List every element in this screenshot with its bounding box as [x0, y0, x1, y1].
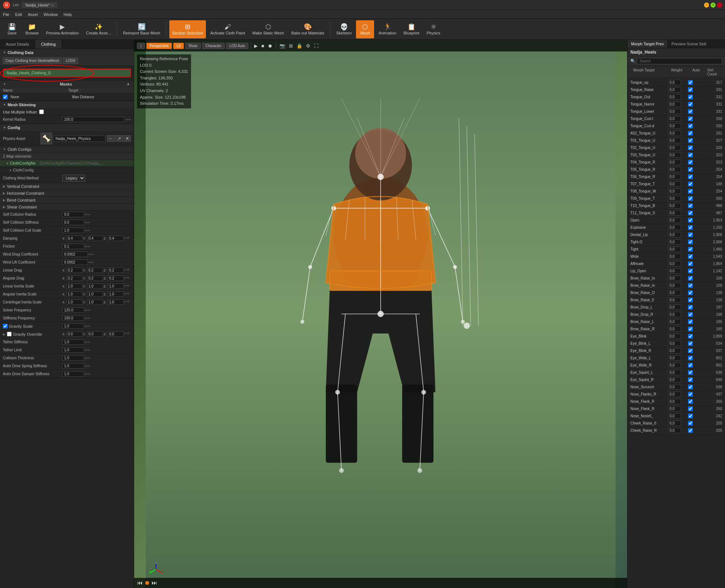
maximize-vp-btn[interactable]: ⛶ — [313, 42, 320, 49]
wind-lift-input[interactable] — [62, 260, 88, 265]
angular-inertia-z-input[interactable] — [108, 291, 124, 297]
preview-animation-button[interactable]: ▶ Preview Animation — [43, 20, 82, 38]
morph-weight-input-0[interactable] — [668, 80, 681, 85]
gravity-scale-drag[interactable]: ⟺ — [85, 324, 90, 328]
morph-weight-input-43[interactable] — [668, 392, 681, 397]
morph-auto-checkbox-33[interactable] — [688, 319, 693, 324]
menu-asset[interactable]: Asset — [28, 12, 38, 17]
morph-auto-checkbox-16[interactable] — [688, 196, 693, 201]
self-collision-stiffness-input[interactable] — [62, 220, 84, 225]
morph-auto-checkbox-34[interactable] — [688, 327, 693, 331]
stop-btn[interactable]: ■ — [260, 42, 265, 49]
morph-weight-input-32[interactable] — [668, 312, 681, 317]
morph-auto-checkbox-42[interactable] — [688, 385, 693, 389]
morph-auto-checkbox-5[interactable] — [688, 116, 693, 121]
morph-auto-checkbox-19[interactable] — [688, 218, 693, 223]
anim-drive-spring-input[interactable] — [62, 363, 84, 369]
skeleton-button[interactable]: 💀 Skeleton — [334, 20, 355, 38]
bend-constraint-header[interactable]: ▶ Bend Constraint — [0, 197, 134, 204]
save-button[interactable]: 💾 Save — [3, 20, 21, 38]
solver-frequency-drag[interactable]: ⟺ — [85, 308, 90, 312]
centrifugal-inertia-y-input[interactable] — [87, 299, 103, 305]
playback-next-btn[interactable]: ⏭ — [152, 580, 157, 586]
viewport[interactable]: ⟨ Perspective Lit Show Character LOD Aut… — [134, 40, 627, 588]
morph-weight-input-5[interactable] — [668, 116, 681, 121]
solver-frequency-input[interactable] — [62, 307, 84, 313]
gravity-scale-input[interactable] — [62, 323, 84, 329]
masks-header[interactable]: ▼ Masks + — [0, 80, 134, 88]
playback-prev-btn[interactable]: ⏮ — [137, 580, 143, 586]
gravity-override-x-input[interactable] — [66, 331, 82, 337]
morph-weight-input-19[interactable] — [668, 218, 681, 223]
linear-inertia-y-input[interactable] — [87, 283, 103, 289]
morph-weight-input-13[interactable] — [668, 174, 681, 179]
blueprint-button[interactable]: 📋 Blueprint — [401, 20, 422, 38]
masks-add-btn[interactable]: + — [126, 82, 131, 86]
morph-auto-checkbox-47[interactable] — [688, 421, 693, 426]
angular-inertia-y-input[interactable] — [87, 291, 103, 297]
morph-auto-checkbox-6[interactable] — [688, 124, 693, 128]
stiffness-frequency-input[interactable] — [62, 315, 84, 321]
morph-weight-input-36[interactable] — [668, 341, 681, 346]
physics-button[interactable]: ⚛ Physics — [424, 20, 443, 38]
morph-weight-input-34[interactable] — [668, 326, 681, 332]
use-multiple-checkbox[interactable] — [39, 109, 44, 114]
active-tab[interactable]: Nadja_Heels* × — [22, 2, 57, 8]
self-collision-stiffness-drag[interactable]: ⟺ — [85, 220, 90, 224]
morph-auto-checkbox-15[interactable] — [688, 189, 693, 194]
wind-drag-drag[interactable]: ⟺ — [88, 252, 94, 256]
morph-weight-input-37[interactable] — [668, 348, 681, 353]
menu-help[interactable]: Help — [63, 12, 72, 17]
morph-auto-checkbox-26[interactable] — [688, 269, 693, 273]
gravity-override-z-input[interactable] — [108, 331, 124, 337]
morph-auto-checkbox-35[interactable] — [688, 334, 693, 339]
morph-auto-checkbox-7[interactable] — [688, 131, 693, 136]
morph-weight-input-11[interactable] — [668, 160, 681, 165]
morph-weight-input-23[interactable] — [668, 247, 681, 252]
morph-auto-checkbox-39[interactable] — [688, 363, 693, 368]
gravity-override-checkbox[interactable] — [7, 332, 12, 336]
self-collision-cull-input[interactable] — [62, 228, 84, 233]
menu-window[interactable]: Window — [44, 12, 58, 17]
morph-auto-checkbox-31[interactable] — [688, 305, 693, 310]
anim-drive-damper-drag[interactable]: ⟺ — [85, 372, 90, 376]
morph-weight-input-15[interactable] — [668, 189, 681, 194]
linear-inertia-drag[interactable]: ⟺ — [124, 283, 129, 289]
morph-auto-checkbox-21[interactable] — [688, 232, 693, 237]
vertical-constraint-header[interactable]: ▶ Vertical Constraint — [0, 183, 134, 190]
morph-weight-input-46[interactable] — [668, 413, 681, 419]
morph-weight-input-31[interactable] — [668, 305, 681, 310]
morph-auto-checkbox-28[interactable] — [688, 283, 693, 288]
damping-x-input[interactable] — [66, 236, 82, 241]
morph-auto-checkbox-4[interactable] — [688, 109, 693, 114]
morph-auto-checkbox-0[interactable] — [688, 80, 693, 85]
tab-clothing[interactable]: Clothing — [35, 40, 62, 49]
kernel-radius-drag[interactable]: ⟺ — [126, 117, 131, 121]
morph-auto-checkbox-13[interactable] — [688, 174, 693, 179]
tether-limit-drag[interactable]: ⟺ — [85, 348, 90, 352]
collision-thickness-drag[interactable]: ⟺ — [85, 356, 90, 360]
morph-auto-checkbox-20[interactable] — [688, 225, 693, 230]
morph-weight-input-39[interactable] — [668, 363, 681, 368]
cloth-config-nv[interactable]: ▼ ClothConfigNv ClothConfigNv'/Game/CC3/… — [0, 160, 134, 167]
morph-auto-checkbox-9[interactable] — [688, 145, 693, 150]
morph-weight-input-35[interactable] — [668, 334, 681, 339]
gravity-scale-checkbox[interactable] — [3, 324, 8, 328]
centrifugal-inertia-drag[interactable]: ⟺ — [124, 299, 129, 305]
camera-btn[interactable]: 📷 — [278, 42, 286, 49]
morph-weight-input-6[interactable] — [668, 123, 681, 129]
morph-auto-checkbox-24[interactable] — [688, 254, 693, 259]
expand-viewport-btn[interactable]: ⟨ — [137, 43, 145, 49]
morph-weight-input-44[interactable] — [668, 399, 681, 404]
morph-auto-checkbox-23[interactable] — [688, 247, 693, 252]
damping-drag[interactable]: ⟺ — [124, 236, 129, 241]
menu-file[interactable]: File — [3, 12, 9, 17]
linear-inertia-x-input[interactable] — [66, 283, 82, 289]
morph-weight-input-27[interactable] — [668, 276, 681, 281]
morph-auto-checkbox-46[interactable] — [688, 414, 693, 418]
kernel-radius-input[interactable] — [62, 117, 124, 122]
tether-limit-input[interactable] — [62, 347, 84, 353]
asset-clear-btn[interactable]: ✕ — [124, 135, 131, 142]
asset-nav-btn[interactable]: ← — [107, 135, 115, 142]
anim-drive-spring-drag[interactable]: ⟺ — [85, 364, 90, 368]
